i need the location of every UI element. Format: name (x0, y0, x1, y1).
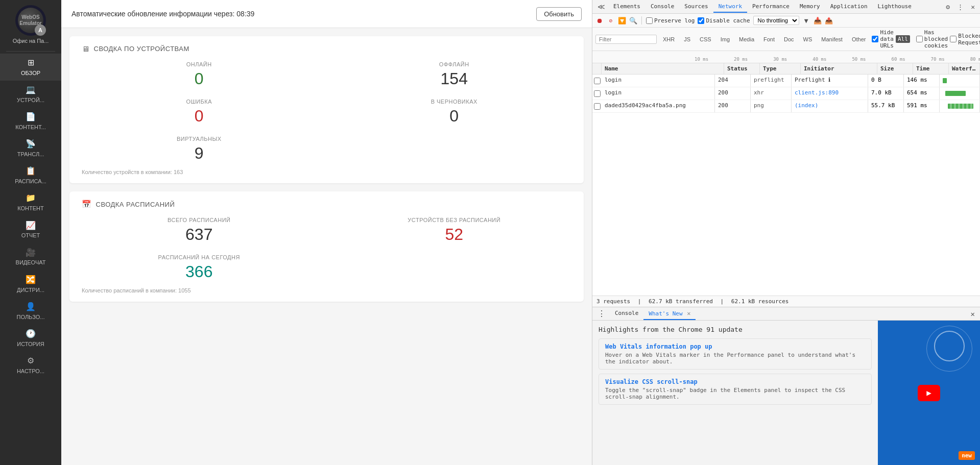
sidebar-item-history[interactable]: 🕐ИСТОРИЯ (0, 325, 61, 352)
all-pill[interactable]: All (896, 35, 910, 43)
devtools-tab-elements[interactable]: Elements (608, 1, 646, 13)
sidebar-item-overview[interactable]: ⊞ОБЗОР (0, 54, 61, 81)
schedule-summary-title: 📅 СВОДКА РАСПИСАНИЙ (82, 200, 571, 209)
update-button[interactable]: Обновить (536, 7, 582, 21)
row-checkbox[interactable] (592, 87, 602, 100)
filter-pill-js[interactable]: JS (680, 36, 695, 43)
throttle-settings-icon[interactable]: ▼ (802, 16, 810, 25)
whats-new-item[interactable]: Web Vitals information pop upHover on a … (599, 338, 872, 370)
users-icon: 👤 (26, 302, 36, 312)
filter-pill-other[interactable]: Other (848, 36, 870, 43)
bottom-text-content: Highlights from the Chrome 91 update Web… (592, 321, 878, 465)
ruler-tick: 50 ms (852, 57, 866, 62)
filter-pill-doc[interactable]: Doc (780, 36, 798, 43)
whats-new-close[interactable]: ✕ (687, 310, 690, 317)
filter-pill-manifest[interactable]: Manifest (817, 36, 847, 43)
filter-pill-img[interactable]: Img (716, 36, 734, 43)
search-network-icon[interactable]: 🔍 (629, 16, 637, 25)
preserve-log-label[interactable]: Preserve log (646, 17, 695, 24)
row-initiator[interactable]: client.js:890 (792, 87, 868, 100)
tab-whats-new[interactable]: What's New ✕ (643, 308, 696, 320)
bottom-tab-dot[interactable]: ⋮ (595, 309, 608, 319)
throttle-select[interactable]: No throttling (753, 16, 799, 25)
whats-new-link[interactable]: Web Vitals information pop up (605, 343, 712, 350)
filter-input[interactable] (595, 35, 657, 44)
row-status: 204 (715, 75, 751, 87)
stop-record-button[interactable]: ⊘ (607, 16, 615, 25)
disable-cache-label[interactable]: Disable cache (698, 17, 750, 24)
row-initiator[interactable]: (index) (792, 100, 868, 112)
ruler-tick: 10 ms (695, 57, 708, 62)
close-devtools-icon[interactable]: ✕ (969, 2, 977, 12)
devtools-tab-lighthouse[interactable]: Lighthouse (873, 1, 917, 13)
filter-icon[interactable]: 🔽 (618, 16, 626, 25)
row-initiator[interactable]: Preflight ℹ (792, 75, 868, 87)
filter-pill-ws[interactable]: WS (799, 36, 817, 43)
devtools-icons: ⚙ ⋮ ✕ (944, 2, 977, 12)
overview-icon: ⊞ (28, 58, 34, 68)
stat-item: ОНЛАЙН0 (82, 61, 317, 88)
youtube-new-badge: new (959, 451, 975, 460)
settings-icon[interactable]: ⚙ (944, 2, 952, 12)
row-waterfall (940, 87, 980, 100)
sidebar-item-schedule[interactable]: 📋РАСПИСА... (0, 162, 61, 189)
devtools-collapse-btn[interactable]: ≪ (595, 3, 607, 11)
content2-icon: 📁 (26, 193, 36, 204)
hide-data-urls-label[interactable]: Hide data URLs (872, 29, 894, 49)
row-checkbox[interactable] (592, 75, 602, 87)
export-icon[interactable]: 📤 (825, 16, 833, 25)
has-blocked-cookies-label[interactable]: Has blocked cookies (916, 29, 948, 49)
sidebar-item-users[interactable]: 👤ПОЛЬЗО... (0, 298, 61, 325)
network-row[interactable]: daded35d0429ac4fba5a.png 200 png (index)… (592, 100, 980, 113)
filter-pill-xhr[interactable]: XHR (659, 36, 679, 43)
network-row[interactable]: login 204 preflight Preflight ℹ 0 B 146 … (592, 75, 980, 87)
distrib-icon: 🔀 (26, 275, 36, 285)
blocked-requests-label[interactable]: Blocked Requests (950, 33, 980, 46)
devtools-tab-console[interactable]: Console (646, 1, 679, 13)
ruler-tick: 20 ms (734, 57, 748, 62)
header-size: Size (877, 63, 913, 74)
row-checkbox[interactable] (592, 100, 602, 112)
sidebar-item-content2[interactable]: 📁КОНТЕНТ (0, 189, 61, 216)
blocked-requests-checkbox[interactable] (950, 36, 957, 42)
whats-new-desc: Hover on a Web Vitals marker in the Perf… (605, 352, 865, 365)
devtools-tab-performance[interactable]: Performance (747, 1, 795, 13)
auto-update-text: Автоматические обновление информации чер… (71, 10, 254, 18)
stat-item: В ЧЕРНОВИКАХ0 (337, 99, 572, 126)
youtube-play-button[interactable]: ▶ (918, 385, 940, 401)
devtools-tab-network[interactable]: Network (713, 1, 747, 13)
filter-pill-media[interactable]: Media (735, 36, 758, 43)
devtools-tab-sources[interactable]: Sources (679, 1, 713, 13)
tab-console[interactable]: Console (610, 308, 643, 320)
sidebar-item-transl[interactable]: 📡ТРАНСЛ... (0, 135, 61, 162)
device-footer: Количество устройств в компании: 163 (82, 169, 571, 175)
videochat-icon: 🎥 (26, 248, 36, 258)
sidebar-logo: WebOS Emulator A (15, 5, 46, 36)
network-row[interactable]: login 200 xhr client.js:890 7.0 kB 654 m… (592, 87, 980, 100)
sidebar-item-devices[interactable]: 💻УСТРОЙ... (0, 81, 61, 108)
import-icon[interactable]: 📥 (814, 16, 822, 25)
filter-pill-font[interactable]: Font (759, 36, 779, 43)
sidebar-item-report[interactable]: 📈ОТЧЕТ (0, 216, 61, 243)
sidebar-item-videochat[interactable]: 🎥ВИДЕОЧАТ (0, 243, 61, 271)
network-status-bar: 3 requests | 62.7 kB transferred | 62.1 … (592, 296, 980, 307)
hide-data-urls-checkbox[interactable] (872, 36, 878, 42)
content-icon: 📄 (26, 112, 36, 123)
disable-cache-checkbox[interactable] (698, 17, 704, 24)
header-name: Name (602, 63, 724, 74)
sidebar-item-settings[interactable]: ⚙НАСТРО... (0, 352, 61, 379)
sidebar-item-distrib[interactable]: 🔀ДИСТРИ... (0, 271, 61, 298)
whats-new-item[interactable]: Visualize CSS scroll-snapToggle the "scr… (599, 374, 872, 405)
sidebar-item-content[interactable]: 📄КОНТЕНТ... (0, 108, 61, 135)
record-button[interactable]: ⏺ (595, 16, 604, 25)
preserve-log-checkbox[interactable] (646, 17, 653, 24)
devtools-tab-application[interactable]: Application (825, 1, 873, 13)
has-blocked-cookies-checkbox[interactable] (916, 36, 923, 42)
devtools-tab-memory[interactable]: Memory (795, 1, 825, 13)
row-status: 200 (715, 87, 751, 100)
whats-new-link[interactable]: Visualize CSS scroll-snap (605, 378, 698, 385)
filter-pill-css[interactable]: CSS (696, 36, 715, 43)
avatar: A (35, 25, 46, 36)
close-all-bottom[interactable]: ✕ (969, 310, 977, 318)
more-options-icon[interactable]: ⋮ (955, 2, 966, 12)
